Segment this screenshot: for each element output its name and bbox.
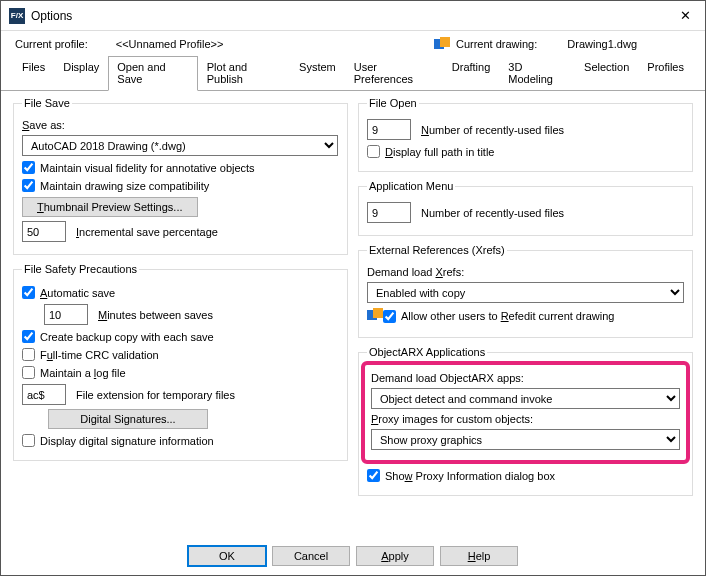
- title-bar: F/X Options ✕: [1, 1, 705, 31]
- chk-display-full-path-box[interactable]: [367, 145, 380, 158]
- chk-maintain-log-label: Maintain a log file: [40, 367, 126, 379]
- incremental-save-input[interactable]: [22, 221, 66, 242]
- recent-files-label: Number of recently-used files: [421, 124, 564, 136]
- chk-maintain-visual-label: Maintain visual fidelity for annotative …: [40, 162, 255, 174]
- chk-allow-refedit-label: Allow other users to Refedit current dra…: [401, 310, 614, 322]
- chk-show-proxy-dialog[interactable]: Show Proxy Information dialog box: [367, 469, 684, 482]
- chk-show-proxy-dialog-label: Show Proxy Information dialog box: [385, 470, 555, 482]
- minutes-label: Minutes between saves: [98, 309, 213, 321]
- chk-automatic-save-box[interactable]: [22, 286, 35, 299]
- incremental-save-label: Incremental save percentage: [76, 226, 218, 238]
- group-application-menu: Application Menu Number of recently-used…: [358, 180, 693, 236]
- legend-file-open: File Open: [367, 97, 419, 109]
- chk-display-dsig[interactable]: Display digital signature information: [22, 434, 339, 447]
- cancel-button[interactable]: Cancel: [272, 546, 350, 566]
- tab-display[interactable]: Display: [54, 56, 108, 91]
- legend-file-safety: File Safety Precautions: [22, 263, 139, 275]
- ok-button[interactable]: OK: [188, 546, 266, 566]
- chk-maintain-log-box[interactable]: [22, 366, 35, 379]
- highlight-box: Demand load ObjectARX apps: Object detec…: [361, 361, 690, 464]
- legend-external-references: External References (Xrefs): [367, 244, 507, 256]
- group-objectarx: ObjectARX Applications Demand load Objec…: [358, 346, 693, 496]
- chk-maintain-drawing-box[interactable]: [22, 179, 35, 192]
- chk-create-backup-box[interactable]: [22, 330, 35, 343]
- tab-profiles[interactable]: Profiles: [638, 56, 693, 91]
- chk-automatic-save-label: Automatic save: [40, 287, 115, 299]
- chk-maintain-visual-box[interactable]: [22, 161, 35, 174]
- appmenu-recent-input[interactable]: [367, 202, 411, 223]
- chk-maintain-visual[interactable]: Maintain visual fidelity for annotative …: [22, 161, 339, 174]
- chk-create-backup[interactable]: Create backup copy with each save: [22, 330, 339, 343]
- chk-maintain-log[interactable]: Maintain a log file: [22, 366, 339, 379]
- chk-full-crc-box[interactable]: [22, 348, 35, 361]
- chk-display-dsig-box[interactable]: [22, 434, 35, 447]
- right-column: File Open Number of recently-used files …: [358, 97, 693, 504]
- group-file-open: File Open Number of recently-used files …: [358, 97, 693, 172]
- left-column: File Save Save as: AutoCAD 2018 Drawing …: [13, 97, 348, 504]
- save-as-select[interactable]: AutoCAD 2018 Drawing (*.dwg): [22, 135, 338, 156]
- tab-3d-modeling[interactable]: 3D Modeling: [499, 56, 575, 91]
- app-icon: F/X: [9, 8, 25, 24]
- temp-ext-input[interactable]: [22, 384, 66, 405]
- temp-ext-label: File extension for temporary files: [76, 389, 235, 401]
- tab-system[interactable]: System: [290, 56, 345, 91]
- svg-rect-3: [373, 308, 383, 318]
- chk-display-full-path-label: Display full path in title: [385, 146, 494, 158]
- current-profile-label: Current profile:: [15, 38, 88, 50]
- chk-maintain-drawing-label: Maintain drawing size compatibility: [40, 180, 209, 192]
- recent-files-input[interactable]: [367, 119, 411, 140]
- content-area: File Save Save as: AutoCAD 2018 Drawing …: [1, 91, 705, 504]
- chk-automatic-save[interactable]: Automatic save: [22, 286, 339, 299]
- group-file-save: File Save Save as: AutoCAD 2018 Drawing …: [13, 97, 348, 255]
- chk-display-full-path[interactable]: Display full path in title: [367, 145, 684, 158]
- appmenu-recent-label: Number of recently-used files: [421, 207, 564, 219]
- group-external-references: External References (Xrefs) Demand load …: [358, 244, 693, 338]
- proxy-images-label: Proxy images for custom objects:: [371, 413, 533, 425]
- drawing-icon: [434, 37, 450, 51]
- legend-file-save: File Save: [22, 97, 72, 109]
- legend-application-menu: Application Menu: [367, 180, 455, 192]
- tab-open-and-save[interactable]: Open and Save: [108, 56, 197, 91]
- demand-load-xrefs-label: Demand load Xrefs:: [367, 266, 464, 278]
- thumbnail-preview-button[interactable]: Thumbnail Preview Settings...: [22, 197, 198, 217]
- tab-user-preferences[interactable]: User Preferences: [345, 56, 443, 91]
- close-button[interactable]: ✕: [665, 1, 705, 31]
- group-file-safety: File Safety Precautions Automatic save M…: [13, 263, 348, 461]
- save-as-label: Save as:: [22, 119, 65, 131]
- minutes-input[interactable]: [44, 304, 88, 325]
- demand-load-arx-select[interactable]: Object detect and command invoke: [371, 388, 680, 409]
- window-title: Options: [31, 9, 665, 23]
- chk-show-proxy-dialog-box[interactable]: [367, 469, 380, 482]
- tab-files[interactable]: Files: [13, 56, 54, 91]
- chk-full-crc[interactable]: Full-time CRC validation: [22, 348, 339, 361]
- tab-drafting[interactable]: Drafting: [443, 56, 500, 91]
- drawing-icon: [367, 308, 383, 324]
- chk-full-crc-label: Full-time CRC validation: [40, 349, 159, 361]
- digital-signatures-button[interactable]: Digital Signatures...: [48, 409, 208, 429]
- tab-selection[interactable]: Selection: [575, 56, 638, 91]
- chk-display-dsig-label: Display digital signature information: [40, 435, 214, 447]
- profile-row: Current profile: <<Unnamed Profile>> Cur…: [1, 31, 705, 55]
- tabs: Files Display Open and Save Plot and Pub…: [1, 55, 705, 91]
- svg-rect-1: [440, 37, 450, 47]
- dialog-footer: OK Cancel Apply Help: [0, 546, 706, 566]
- current-drawing-value: Drawing1.dwg: [567, 38, 637, 50]
- chk-allow-refedit[interactable]: Allow other users to Refedit current dra…: [367, 308, 684, 324]
- chk-maintain-drawing[interactable]: Maintain drawing size compatibility: [22, 179, 339, 192]
- legend-objectarx: ObjectARX Applications: [367, 346, 487, 358]
- chk-create-backup-label: Create backup copy with each save: [40, 331, 214, 343]
- demand-load-arx-label: Demand load ObjectARX apps:: [371, 372, 524, 384]
- current-drawing-label: Current drawing:: [456, 38, 537, 50]
- demand-load-xrefs-select[interactable]: Enabled with copy: [367, 282, 684, 303]
- help-button[interactable]: Help: [440, 546, 518, 566]
- chk-allow-refedit-box[interactable]: [383, 310, 396, 323]
- proxy-images-select[interactable]: Show proxy graphics: [371, 429, 680, 450]
- tab-plot-and-publish[interactable]: Plot and Publish: [198, 56, 290, 91]
- current-profile-value: <<Unnamed Profile>>: [116, 38, 224, 50]
- apply-button[interactable]: Apply: [356, 546, 434, 566]
